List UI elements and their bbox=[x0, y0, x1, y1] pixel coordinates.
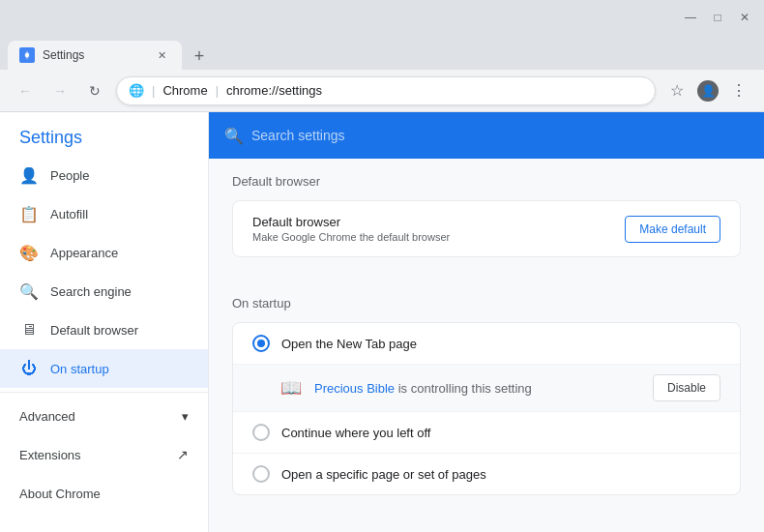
close-button[interactable]: ✕ bbox=[733, 6, 756, 29]
search-input[interactable] bbox=[251, 120, 749, 151]
sidebar-label-default-browser: Default browser bbox=[50, 323, 138, 338]
tab-close-button[interactable]: ✕ bbox=[153, 46, 170, 64]
sidebar-divider bbox=[0, 392, 208, 393]
extension-control-text: Precious Bible is controlling this setti… bbox=[314, 381, 641, 396]
disable-extension-button[interactable]: Disable bbox=[653, 374, 720, 401]
sidebar-item-on-startup[interactable]: ⏻ On startup bbox=[0, 349, 208, 388]
sidebar-label-people: People bbox=[50, 168, 89, 183]
tab-bar: Settings ✕ + bbox=[0, 35, 764, 70]
back-button[interactable]: ← bbox=[12, 77, 39, 104]
on-startup-section: On startup Open the New Tab page 📖 Preci… bbox=[209, 288, 764, 511]
default-browser-card-subtitle: Make Google Chrome the default browser bbox=[252, 231, 625, 243]
advanced-label-wrap: Advanced bbox=[19, 409, 75, 424]
search-engine-icon: 🔍 bbox=[19, 281, 39, 301]
radio-specific[interactable] bbox=[252, 465, 270, 483]
make-default-button[interactable]: Make default bbox=[625, 216, 720, 243]
sidebar-item-appearance[interactable]: 🎨 Appearance bbox=[0, 233, 208, 272]
sidebar-item-about-chrome[interactable]: About Chrome bbox=[0, 474, 208, 513]
default-browser-section: Default browser Default browser Make Goo… bbox=[209, 159, 764, 288]
on-startup-icon: ⏻ bbox=[19, 359, 39, 378]
main-content: Settings 👤 People 📋 Autofill 🎨 Appearanc… bbox=[0, 112, 764, 532]
minimize-button[interactable]: — bbox=[679, 6, 702, 29]
tab-favicon bbox=[19, 47, 35, 63]
omnibox-separator: | bbox=[152, 83, 155, 98]
bookmark-button[interactable]: ☆ bbox=[663, 77, 691, 104]
sidebar-item-search-engine[interactable]: 🔍 Search engine bbox=[0, 272, 208, 310]
radio-continue[interactable] bbox=[252, 424, 270, 441]
appearance-icon: 🎨 bbox=[19, 243, 39, 262]
radio-continue-label: Continue where you left off bbox=[281, 426, 430, 440]
search-icon: 🔍 bbox=[224, 127, 244, 145]
account-button[interactable]: 👤 bbox=[694, 77, 721, 104]
forward-button[interactable]: → bbox=[46, 77, 73, 104]
toolbar-actions: ☆ 👤 ⋮ bbox=[663, 77, 752, 104]
radio-specific-label: Open a specific page or set of pages bbox=[281, 467, 486, 482]
default-browser-row: Default browser Make Google Chrome the d… bbox=[233, 201, 740, 256]
default-browser-card: Default browser Make Google Chrome the d… bbox=[232, 200, 741, 257]
browser-frame: — □ ✕ Settings ✕ + ← → ↻ 🌐 | Chrome | bbox=[0, 0, 764, 532]
sidebar-label-advanced: Advanced bbox=[19, 409, 75, 424]
sidebar-item-extensions[interactable]: Extensions ↗ bbox=[0, 435, 208, 474]
settings-search-bar: 🔍 bbox=[209, 112, 764, 159]
reload-button[interactable]: ↻ bbox=[81, 77, 108, 104]
page-content: 🔍 Default browser Default browser Make G… bbox=[209, 112, 764, 532]
startup-option-new-tab[interactable]: Open the New Tab page bbox=[233, 323, 740, 365]
settings-gear-icon bbox=[22, 50, 32, 60]
extension-control-row: 📖 Precious Bible is controlling this set… bbox=[233, 365, 740, 412]
default-browser-section-title: Default browser bbox=[232, 174, 741, 189]
startup-options-card: Open the New Tab page 📖 Precious Bible i… bbox=[232, 322, 741, 495]
advanced-bottom-section: Advanced ▾ bbox=[209, 511, 764, 532]
sidebar-label-search-engine: Search engine bbox=[50, 284, 132, 299]
sidebar-label-on-startup: On startup bbox=[50, 362, 109, 376]
startup-option-specific[interactable]: Open a specific page or set of pages bbox=[233, 454, 740, 494]
maximize-button[interactable]: □ bbox=[706, 6, 729, 29]
sidebar-item-advanced[interactable]: Advanced ▾ bbox=[0, 397, 208, 435]
external-link-icon: ↗ bbox=[177, 447, 189, 462]
new-tab-button[interactable]: + bbox=[186, 43, 213, 70]
omnibox-pipe: | bbox=[216, 83, 219, 98]
startup-option-continue[interactable]: Continue where you left off bbox=[233, 412, 740, 454]
title-bar: — □ ✕ bbox=[0, 0, 764, 35]
advanced-arrow-icon: ▾ bbox=[182, 409, 189, 424]
settings-tab[interactable]: Settings ✕ bbox=[8, 41, 182, 70]
omnibox[interactable]: 🌐 | Chrome | chrome://settings bbox=[116, 76, 656, 105]
extension-name-link[interactable]: Precious Bible bbox=[314, 381, 395, 396]
account-icon: 👤 bbox=[697, 80, 719, 102]
default-browser-card-title: Default browser bbox=[252, 215, 625, 229]
address-bar: ← → ↻ 🌐 | Chrome | chrome://settings ☆ 👤… bbox=[0, 70, 764, 112]
sidebar-label-about-chrome: About Chrome bbox=[19, 487, 101, 501]
omnibox-site: Chrome bbox=[162, 83, 207, 98]
on-startup-section-title: On startup bbox=[232, 296, 741, 310]
sidebar-label-appearance: Appearance bbox=[50, 246, 118, 260]
tab-title: Settings bbox=[43, 48, 145, 62]
autofill-icon: 📋 bbox=[19, 204, 39, 223]
sidebar: Settings 👤 People 📋 Autofill 🎨 Appearanc… bbox=[0, 112, 209, 532]
sidebar-item-autofill[interactable]: 📋 Autofill bbox=[0, 194, 208, 233]
radio-new-tab[interactable] bbox=[252, 335, 270, 352]
secure-icon: 🌐 bbox=[129, 83, 144, 98]
extension-book-icon: 📖 bbox=[279, 376, 303, 399]
menu-button[interactable]: ⋮ bbox=[725, 77, 752, 104]
sidebar-item-default-browser[interactable]: 🖥 Default browser bbox=[0, 310, 208, 349]
omnibox-url: chrome://settings bbox=[226, 83, 322, 98]
sidebar-header: Settings bbox=[0, 112, 208, 156]
default-browser-icon: 🖥 bbox=[19, 320, 39, 340]
people-icon: 👤 bbox=[19, 165, 39, 185]
sidebar-item-people[interactable]: 👤 People bbox=[0, 156, 208, 194]
radio-new-tab-label: Open the New Tab page bbox=[281, 337, 417, 351]
window-controls: — □ ✕ bbox=[679, 6, 756, 29]
sidebar-label-autofill: Autofill bbox=[50, 207, 88, 222]
sidebar-label-extensions: Extensions bbox=[19, 448, 81, 462]
default-browser-card-text: Default browser Make Google Chrome the d… bbox=[252, 215, 625, 243]
extension-control-suffix: is controlling this setting bbox=[395, 381, 532, 396]
